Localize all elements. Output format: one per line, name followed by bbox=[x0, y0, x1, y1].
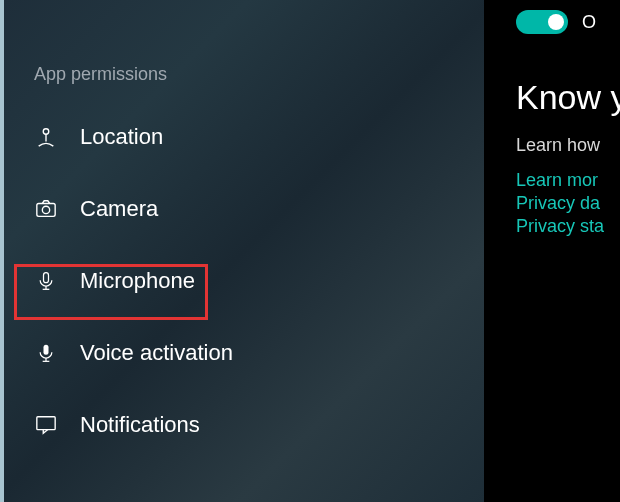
settings-sidebar: App permissions Location Camera bbox=[4, 0, 484, 502]
svg-rect-1 bbox=[37, 204, 55, 217]
sidebar-item-label: Location bbox=[80, 124, 163, 150]
toggle-label: O bbox=[582, 12, 596, 33]
link-privacy-dashboard[interactable]: Privacy da bbox=[516, 193, 620, 214]
toggle-row: O bbox=[516, 10, 620, 34]
link-learn-more[interactable]: Learn mor bbox=[516, 170, 620, 191]
camera-icon bbox=[34, 197, 58, 221]
sidebar-item-notifications[interactable]: Notifications bbox=[4, 389, 484, 461]
content-panel: O Know yo Learn how Learn mor Privacy da… bbox=[484, 0, 620, 502]
notifications-icon bbox=[34, 413, 58, 437]
section-subtitle: Learn how bbox=[516, 135, 620, 156]
sidebar-item-location[interactable]: Location bbox=[4, 101, 484, 173]
sidebar-item-voice-activation[interactable]: Voice activation bbox=[4, 317, 484, 389]
section-title: Know yo bbox=[516, 78, 620, 117]
sidebar-item-camera[interactable]: Camera bbox=[4, 173, 484, 245]
voice-activation-icon bbox=[34, 341, 58, 365]
sidebar-item-label: Notifications bbox=[80, 412, 200, 438]
svg-rect-3 bbox=[44, 273, 49, 283]
sidebar-item-label: Microphone bbox=[80, 268, 195, 294]
window-left-edge bbox=[0, 0, 4, 502]
location-icon bbox=[34, 125, 58, 149]
svg-rect-5 bbox=[37, 417, 55, 430]
microphone-icon bbox=[34, 269, 58, 293]
link-privacy-statement[interactable]: Privacy sta bbox=[516, 216, 620, 237]
svg-point-0 bbox=[43, 129, 49, 135]
toggle-switch[interactable] bbox=[516, 10, 568, 34]
sidebar-item-label: Camera bbox=[80, 196, 158, 222]
sidebar-item-label: Voice activation bbox=[80, 340, 233, 366]
sidebar-item-microphone[interactable]: Microphone bbox=[4, 245, 484, 317]
svg-point-2 bbox=[42, 206, 49, 213]
section-header-app-permissions: App permissions bbox=[4, 64, 484, 85]
svg-rect-4 bbox=[44, 345, 49, 355]
